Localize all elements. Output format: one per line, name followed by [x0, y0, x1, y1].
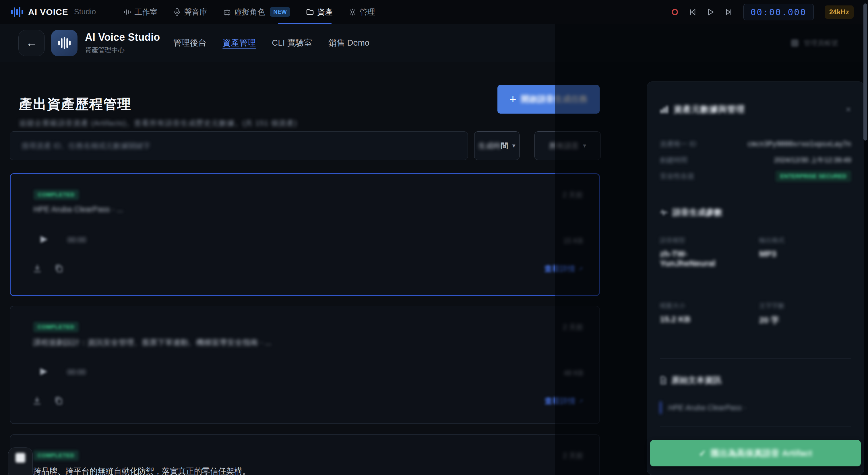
chevron-down-icon: ▾: [512, 142, 515, 149]
play-icon[interactable]: ▶: [40, 233, 48, 244]
header-nav: 管理後台 資產管理 CLI 實驗室 銷售 Demo: [173, 37, 369, 49]
field-row: 資產唯一 ID cmcn3Py9000xrxo1xpsxLay7n: [660, 136, 851, 152]
param-value: zh-TW-YunJheNeural: [660, 249, 732, 268]
document-icon: [660, 376, 667, 384]
header-link-backoffice[interactable]: 管理後台: [173, 37, 206, 49]
sample-rate-badge: 24kHz: [825, 5, 854, 19]
metadata-icon: [660, 105, 669, 114]
asset-card[interactable]: COMPLETED HPE Aruba ClearPass · ... ▶ 00…: [10, 173, 600, 296]
record-icon: [672, 9, 678, 15]
app-logo: [51, 30, 78, 56]
brand-name: AI VOICE: [28, 7, 68, 17]
play-button[interactable]: [707, 8, 714, 16]
param-cell: 語音模型 zh-TW-YunJheNeural: [660, 236, 748, 268]
source-text-header: 原始文本資訊: [660, 375, 851, 386]
waveform-logo-icon: [11, 6, 23, 18]
voice-params-header: 語音生成參數: [660, 207, 851, 218]
header-link-sales-demo[interactable]: 銷售 Demo: [329, 37, 369, 49]
scrollbar-thumb[interactable]: [863, 3, 867, 141]
skip-forward-button[interactable]: [725, 8, 733, 16]
transport-controls: 00:00.000 24kHz: [672, 4, 854, 20]
param-label: 語音模型: [660, 236, 748, 245]
param-value: 20 字: [759, 315, 851, 326]
param-value: MP3: [759, 249, 851, 259]
back-button[interactable]: ←: [19, 30, 45, 56]
section-title: 原始文本資訊: [671, 375, 721, 386]
divider: [660, 194, 851, 194]
filter-generated-time[interactable]: 生成時間 ▾: [474, 131, 520, 160]
play-icon[interactable]: ▶: [40, 366, 48, 376]
close-icon[interactable]: ×: [846, 104, 851, 115]
header-link-cli[interactable]: CLI 實驗室: [272, 37, 312, 49]
waveform-icon: [123, 8, 131, 16]
field-row: 安全性合規 ENTERPRISE SECURED: [660, 168, 851, 184]
back-arrow-icon: ←: [26, 36, 37, 49]
export-artifact-button[interactable]: ✓ 匯出為高保真語音 Artifact: [650, 440, 861, 466]
nav-item-avatars[interactable]: 虛擬角色 NEW: [223, 7, 290, 17]
asset-metadata-panel: 資產元數據與管理 × 資產唯一 ID cmcn3Py9000xrxo1xpsxL…: [647, 81, 864, 475]
waveform-icon: [660, 209, 668, 216]
record-button[interactable]: [672, 9, 678, 15]
param-value: 15.2 KB: [660, 315, 748, 324]
asset-title: 課程規劃設計：資訊安全管理、股票下單連動、機梯宣導安全指南 · ...: [33, 337, 272, 348]
app-screen: AI VOICE Studio 工作室: [0, 0, 868, 475]
status-badge: COMPLETED: [33, 322, 79, 332]
export-button-label: 匯出為高保真語音 Artifact: [711, 447, 812, 459]
app-title: AI Voice Studio: [85, 31, 160, 43]
floating-widget-button[interactable]: [8, 447, 33, 475]
brand-suffix: Studio: [74, 7, 96, 16]
copy-icon[interactable]: [54, 396, 63, 406]
download-icon[interactable]: [32, 264, 42, 273]
app-subtitle: 資產管理中心: [85, 45, 160, 55]
param-cell: 文字字數 20 字: [759, 302, 851, 326]
metadata-fields: 資產唯一 ID cmcn3Py9000xrxo1xpsxLay7n 創建時間 2…: [660, 136, 851, 184]
param-cell: 檔案大小 15.2 KB: [660, 302, 748, 326]
header-link-assets[interactable]: 資產管理: [222, 37, 256, 49]
asset-id-value: cmcn3Py9000xrxo1xpsxLay7n: [747, 140, 851, 148]
panel-header: 資產元數據與管理 ×: [660, 104, 851, 115]
page-subtitle: 追蹤企業級語音資產 (Artifacts)。查看所有語音生成歷史元數據。(共 1…: [19, 118, 297, 128]
search-placeholder: 搜尋資產 ID、任務名稱或元數據關鍵字: [22, 141, 150, 151]
status-badge: COMPLETED: [33, 450, 79, 461]
security-badge: ENTERPRISE SECURED: [776, 171, 851, 182]
field-row: 創建時間 2024/12/30 上午12:39:49: [660, 152, 851, 168]
top-nav: 工作室 聲音庫: [123, 7, 375, 17]
page-title: 產出資產歷程管理: [19, 95, 131, 113]
nav-label: 聲音庫: [184, 7, 207, 17]
widget-icon: [16, 453, 25, 463]
param-cell: 輸出格式 MP3: [759, 236, 851, 268]
audio-duration: 00:00: [67, 368, 86, 377]
download-icon[interactable]: [32, 396, 42, 406]
param-label: 輸出格式: [759, 236, 851, 245]
plus-icon: +: [509, 94, 516, 105]
nav-item-studio[interactable]: 工作室: [123, 7, 158, 17]
voice-params-grid: 語音模型 zh-TW-YunJheNeural 輸出格式 MP3 檔案大小 15…: [660, 236, 851, 326]
filter-time-label-blurred: 生成時: [478, 141, 501, 150]
field-label: 創建時間: [660, 156, 687, 165]
asset-title: HPE Aruba ClearPass · ...: [34, 205, 123, 214]
new-badge: NEW: [270, 7, 290, 16]
asset-card[interactable]: COMPLETED 課程規劃設計：資訊安全管理、股票下單連動、機梯宣導安全指南 …: [10, 306, 600, 424]
param-label: 文字字數: [759, 302, 851, 310]
nav-item-admin[interactable]: 管理: [349, 7, 375, 17]
nav-item-assets[interactable]: 資產: [306, 7, 333, 17]
nav-item-voices[interactable]: 聲音庫: [174, 7, 207, 17]
app-titles: AI Voice Studio 資產管理中心: [85, 31, 160, 55]
divider: [660, 427, 851, 427]
skip-back-button[interactable]: [689, 8, 696, 16]
status-badge: COMPLETED: [34, 190, 79, 200]
audio-duration: 00:00: [67, 236, 86, 244]
asset-card[interactable]: COMPLETED 跨品牌、跨平台的無縫自動化防禦，落實真正的零信任架構。 2 …: [10, 434, 600, 475]
field-label: 資產唯一 ID: [660, 139, 696, 148]
search-input[interactable]: 搜尋資產 ID、任務名稱或元數據關鍵字: [10, 131, 468, 160]
source-text-quote: HPE Aruba ClearPass ·: [660, 402, 851, 414]
param-label: 檔案大小: [660, 302, 748, 310]
active-tab-underline: [278, 23, 332, 24]
divider: [660, 358, 851, 359]
check-icon: ✓: [699, 448, 706, 459]
microphone-icon: [174, 8, 181, 16]
folder-icon: [306, 9, 314, 15]
copy-icon[interactable]: [54, 264, 63, 273]
panel-title: 資產元數據與管理: [674, 104, 745, 115]
nav-label: 管理: [360, 7, 375, 17]
